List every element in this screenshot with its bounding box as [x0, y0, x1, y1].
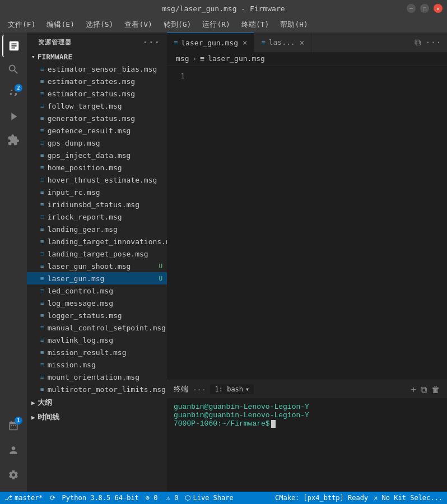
activity-icon-remote[interactable]: 1 [2, 414, 25, 437]
status-sync[interactable]: ⟳ [50, 494, 55, 502]
file-name: estimator_status.msg [48, 90, 136, 98]
file-item[interactable]: ≡manual_control_setpoint.msg [27, 321, 167, 334]
tab-icon2: ≡ [261, 39, 265, 46]
terminal-content[interactable]: guanbin@guanbin-Lenovo-Legion-Y guanbin@… [167, 398, 447, 492]
status-errors[interactable]: ⊗ 0 ⚠ 0 [146, 494, 179, 502]
file-item[interactable]: ≡mavlink_log.msg [27, 334, 167, 346]
menu-item-编辑(E)[interactable]: 编辑(E) [42, 18, 78, 31]
file-item[interactable]: ≡laser_gun.msgU [27, 272, 167, 284]
breadcrumb-msg[interactable]: msg [176, 54, 189, 63]
menu-item-查看(V)[interactable]: 查看(V) [120, 18, 156, 31]
file-item[interactable]: ≡landing_target_innovations.msg [27, 235, 167, 248]
tab-laser-gun-msg[interactable]: ≡ laser_gun.msg × [167, 32, 254, 52]
branch-icon: ⎇ [4, 494, 12, 502]
menu-item-帮助(H)[interactable]: 帮助(H) [276, 18, 312, 31]
activity-icon-account[interactable] [2, 439, 25, 461]
window-title: msg/laser_gun.msg - Firmware [162, 4, 285, 13]
firmware-folder[interactable]: ▾ FIRMWARE [27, 51, 167, 63]
minimize-button[interactable]: ─ [407, 4, 416, 13]
status-liveshare[interactable]: ⬡ Live Share [185, 494, 233, 502]
menu-item-文件(F)[interactable]: 文件(F) [3, 18, 40, 31]
status-branch[interactable]: ⎇ master* [4, 494, 43, 502]
file-icon: ≡ [40, 90, 44, 97]
status-bar: ⎇ master* ⟳ Python 3.8.5 64-bit ⊗ 0 ⚠ 0 … [0, 492, 447, 504]
file-name: landing_target_innovations.msg [48, 237, 167, 246]
terminal-more[interactable]: ··· [193, 385, 206, 394]
split-editor-button[interactable]: ⧉ [413, 36, 422, 49]
terminal-tab-bash[interactable]: 1: bash ▾ [210, 384, 254, 394]
file-item[interactable]: ≡hover_thrust_estimate.msg [27, 174, 167, 186]
file-item[interactable]: ≡landing_target_pose.msg [27, 248, 167, 260]
file-item[interactable]: ≡irlock_report.msg [27, 211, 167, 223]
status-python[interactable]: Python 3.8.5 64-bit [62, 494, 139, 502]
file-item[interactable]: ≡mission_result.msg [27, 346, 167, 358]
liveshare-label: Live Share [193, 494, 233, 502]
sidebar-header: 资源管理器 ··· [27, 32, 167, 51]
file-badge: U [159, 275, 162, 282]
file-item[interactable]: ≡gps_dump.msg [27, 137, 167, 149]
file-item[interactable]: ≡input_rc.msg [27, 186, 167, 198]
file-item[interactable]: ≡logger_status.msg [27, 309, 167, 321]
terminal-line-2: guanbin@guanbin-Lenovo-Legion-Y [174, 411, 440, 419]
terminal-line-1: guanbin@guanbin-Lenovo-Legion-Y [174, 403, 440, 411]
split-terminal-button[interactable]: ⧉ [421, 384, 427, 395]
sidebar: 资源管理器 ··· ▾ FIRMWARE ≡estimator_sensor_b… [27, 32, 167, 492]
terminal-area: 终端 ··· 1: bash ▾ + ⧉ 🗑 guanbin@guanbin-L… [167, 380, 447, 492]
file-item[interactable]: ≡iridiumsbd_status.msg [27, 198, 167, 211]
file-list: ≡estimator_sensor_bias.msg≡estimator_sta… [27, 63, 167, 395]
tab-las[interactable]: ≡ las... × [254, 32, 311, 52]
menu-item-运行(R)[interactable]: 运行(R) [198, 18, 234, 31]
file-icon: ≡ [40, 115, 44, 122]
file-icon: ≡ [40, 226, 44, 233]
file-item[interactable]: ≡estimator_states.msg [27, 75, 167, 87]
file-item[interactable]: ≡multirotor_motor_limits.msg [27, 383, 167, 395]
file-item[interactable]: ≡led_control.msg [27, 284, 167, 297]
activity-icon-run[interactable] [2, 105, 25, 128]
file-item[interactable]: ≡mount_orientation.msg [27, 371, 167, 383]
breadcrumb-sep: › [192, 54, 197, 63]
branch-name: master* [15, 494, 43, 502]
file-item[interactable]: ≡log_message.msg [27, 297, 167, 309]
editor-content[interactable]: 1 [167, 66, 447, 380]
new-terminal-button[interactable]: + [411, 384, 416, 395]
sync-icon: ⟳ [50, 494, 55, 502]
outline-header[interactable]: ▶ 大纲 [27, 395, 167, 410]
file-name: log_message.msg [48, 299, 113, 307]
status-cmake[interactable]: CMake: [px4_bttp] Ready [275, 494, 368, 502]
timeline-header[interactable]: ▶ 时间线 [27, 410, 167, 424]
file-icon: ≡ [40, 374, 44, 381]
liveshare-icon: ⬡ [185, 494, 190, 502]
file-item[interactable]: ≡generator_status.msg [27, 112, 167, 124]
folder-chevron: ▾ [31, 53, 35, 60]
file-item[interactable]: ≡follow_target.msg [27, 100, 167, 112]
activity-icon-extensions[interactable] [2, 129, 25, 151]
file-item[interactable]: ≡gps_inject_data.msg [27, 149, 167, 161]
menu-item-转到(G)[interactable]: 转到(G) [159, 18, 195, 31]
file-name: gps_dump.msg [48, 139, 100, 147]
maximize-button[interactable]: □ [420, 4, 429, 13]
activity-icon-explorer[interactable] [2, 35, 25, 57]
sidebar-more-button[interactable]: ··· [142, 37, 160, 48]
tab-close2[interactable]: × [300, 38, 304, 47]
activity-icon-settings[interactable] [2, 464, 25, 486]
close-button[interactable]: ✕ [434, 4, 443, 13]
file-item[interactable]: ≡landing_gear.msg [27, 223, 167, 235]
file-item[interactable]: ≡mission.msg [27, 358, 167, 371]
tab-close[interactable]: × [243, 38, 247, 47]
file-item[interactable]: ≡estimator_sensor_bias.msg [27, 63, 167, 75]
file-item[interactable]: ≡estimator_status.msg [27, 87, 167, 100]
breadcrumb-filename[interactable]: laser_gun.msg [208, 54, 265, 63]
file-name: estimator_states.msg [48, 77, 136, 86]
file-item[interactable]: ≡laser_gun_shoot.msgU [27, 260, 167, 272]
cmake-label: CMake: [px4_bttp] Ready [275, 494, 368, 502]
more-tabs-button[interactable]: ··· [424, 36, 443, 49]
activity-icon-source-control[interactable]: 2 [2, 82, 25, 104]
kill-terminal-button[interactable]: 🗑 [431, 384, 440, 395]
status-nokit[interactable]: ✕ No Kit Selec... [374, 494, 443, 502]
activity-icon-search[interactable] [2, 58, 25, 81]
menu-item-终端(T)[interactable]: 终端(T) [237, 18, 273, 31]
file-item[interactable]: ≡home_position.msg [27, 161, 167, 174]
file-item[interactable]: ≡geofence_result.msg [27, 124, 167, 137]
file-icon: ≡ [40, 139, 44, 147]
menu-item-选择(S)[interactable]: 选择(S) [81, 18, 118, 31]
